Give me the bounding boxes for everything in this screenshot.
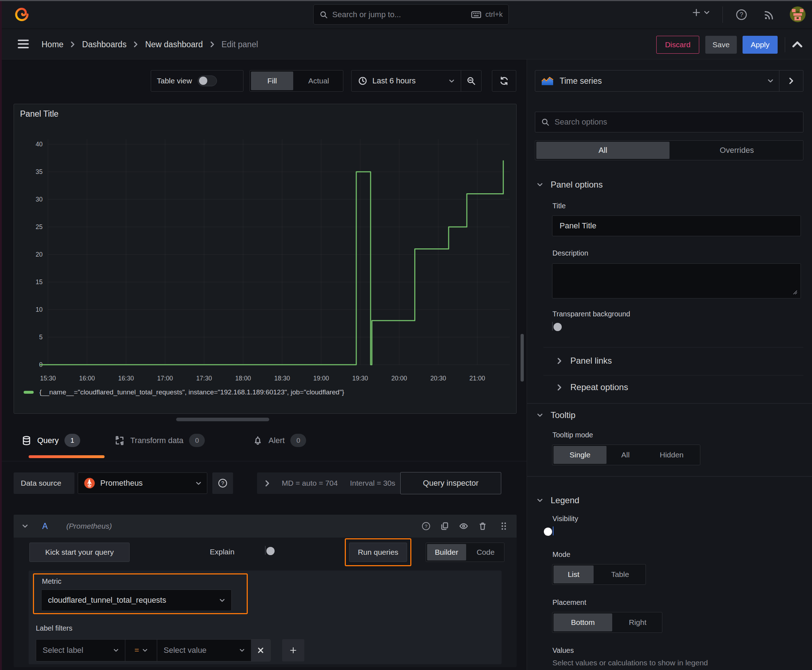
transform-icon (115, 435, 125, 446)
legend-label[interactable]: {__name__="cloudflared_tunnel_total_requ… (39, 388, 344, 396)
panel-links-section[interactable]: Panel links (557, 356, 612, 366)
code-option[interactable]: Code (467, 543, 504, 562)
tooltip-hidden-option[interactable]: Hidden (643, 445, 700, 465)
help-button[interactable]: ? (736, 8, 748, 21)
scrollbar-thumb[interactable] (520, 334, 524, 382)
tab-all[interactable]: All (536, 142, 670, 159)
repeat-options-section[interactable]: Repeat options (557, 382, 628, 392)
resize-drag-handle[interactable] (176, 418, 269, 421)
tab-overrides[interactable]: Overrides (671, 140, 803, 160)
chevron-down-icon (704, 10, 710, 15)
chevron-right-icon (557, 357, 562, 364)
tooltip-all-option[interactable]: All (608, 445, 643, 465)
fill-option[interactable]: Fill (251, 71, 293, 90)
collapse-options-button[interactable] (792, 40, 803, 48)
legend-list-option[interactable]: List (554, 565, 593, 584)
datasource-help-button[interactable]: ? (212, 472, 233, 494)
legend-visibility-toggle[interactable] (553, 526, 554, 535)
visibility-label: Visibility (553, 515, 578, 523)
actual-option[interactable]: Actual (294, 71, 343, 91)
interval-summary: Interval = 30s (350, 479, 395, 487)
news-icon[interactable] (763, 9, 775, 21)
table-view-toggle[interactable] (198, 76, 217, 86)
legend-table-option[interactable]: Table (595, 564, 646, 584)
explain-toggle[interactable] (265, 546, 266, 555)
remove-filter-button[interactable] (251, 639, 270, 662)
query-inspector-button[interactable]: Query inspector (400, 472, 501, 494)
add-filter-button[interactable] (282, 639, 304, 662)
tab-transform-label: Transform data (131, 436, 183, 445)
add-menu-button[interactable] (692, 8, 710, 17)
metric-select[interactable]: cloudflared_tunnel_total_requests (41, 589, 232, 611)
query-help-icon[interactable]: ? (421, 521, 431, 531)
grafana-logo-icon[interactable] (14, 6, 30, 23)
drag-handle-icon[interactable] (500, 521, 508, 531)
tab-transform[interactable]: Transform data 0 (115, 434, 205, 447)
window-edge (0, 0, 2, 670)
tab-query[interactable]: Query 1 (22, 434, 80, 447)
placement-right-option[interactable]: Right (613, 612, 662, 633)
datasource-picker[interactable]: Prometheus (78, 472, 207, 494)
refresh-button[interactable] (492, 70, 516, 91)
breadcrumb-home[interactable]: Home (42, 40, 63, 49)
section-divider (527, 403, 812, 404)
tooltip-single-option[interactable]: Single (554, 446, 607, 464)
expand-viz-picker-button[interactable] (780, 77, 803, 85)
transparent-background-toggle[interactable] (552, 322, 553, 331)
svg-text:18:00: 18:00 (235, 375, 251, 382)
save-button[interactable]: Save (705, 36, 737, 54)
breadcrumb-edit-panel: Edit panel (222, 40, 258, 49)
search-options-box[interactable]: Search options (535, 112, 804, 132)
tab-alert-label: Alert (268, 436, 285, 445)
global-search-box[interactable]: Search or jump to... ctrl+k (313, 4, 509, 25)
panel-title-input[interactable] (552, 215, 801, 236)
duplicate-query-icon[interactable] (440, 521, 449, 531)
breadcrumb-new-dashboard[interactable]: New dashboard (145, 40, 203, 49)
chevron-down-icon (537, 413, 543, 417)
panel-options-header[interactable]: Panel options (537, 180, 603, 189)
builder-option[interactable]: Builder (427, 544, 466, 560)
svg-text:25: 25 (36, 223, 42, 230)
legend-header[interactable]: Legend (537, 495, 579, 505)
apply-button[interactable]: Apply (742, 36, 778, 54)
svg-text:21:00: 21:00 (470, 375, 485, 382)
run-queries-button[interactable]: Run queries (349, 543, 407, 562)
description-label: Description (553, 249, 588, 257)
chevron-right-icon (210, 41, 214, 47)
kick-start-query-button[interactable]: Kick start your query (29, 543, 130, 562)
delete-query-icon[interactable] (478, 521, 487, 531)
breadcrumb-dashboards[interactable]: Dashboards (82, 40, 126, 49)
description-textarea[interactable] (552, 264, 801, 298)
chevron-right-icon (557, 384, 562, 391)
placement-bottom-option[interactable]: Bottom (554, 613, 612, 631)
time-series-chart[interactable]: 051015202530354015:3016:0016:3017:0017:3… (14, 104, 516, 387)
legend-marker (24, 391, 34, 394)
select-label-dropdown[interactable]: Select label (36, 646, 125, 655)
operator-dropdown[interactable]: = (125, 646, 157, 655)
time-series-icon (541, 76, 554, 86)
time-range-picker[interactable]: Last 6 hours (352, 76, 461, 86)
chart-legend: {__name__="cloudflared_tunnel_total_requ… (24, 388, 344, 396)
search-icon (541, 118, 549, 126)
grafana-edit-panel-page: Search or jump to... ctrl+k ? (0, 0, 812, 670)
resize-corner-icon[interactable] (791, 288, 798, 296)
svg-text:5: 5 (39, 333, 42, 341)
svg-text:20: 20 (36, 251, 43, 258)
menu-toggle[interactable] (17, 38, 30, 50)
discard-button[interactable]: Discard (656, 36, 699, 54)
chevron-right-icon (265, 480, 270, 487)
select-value-dropdown[interactable]: Select value (157, 646, 251, 655)
query-row-header[interactable]: A (Prometheus) ? (14, 515, 517, 538)
chevron-down-icon (537, 498, 543, 503)
svg-text:20:00: 20:00 (391, 375, 407, 382)
visualization-picker[interactable]: Time series (535, 70, 804, 91)
svg-text:?: ? (425, 524, 427, 529)
zoom-out-button[interactable] (461, 76, 481, 86)
tabs-underline-divider (0, 461, 527, 461)
svg-text:10: 10 (36, 306, 43, 313)
tab-alert[interactable]: Alert 0 (253, 434, 306, 447)
tooltip-header[interactable]: Tooltip (537, 410, 575, 420)
toggle-visibility-icon[interactable] (459, 521, 469, 531)
svg-text:17:00: 17:00 (157, 375, 173, 382)
avatar[interactable] (790, 7, 805, 22)
